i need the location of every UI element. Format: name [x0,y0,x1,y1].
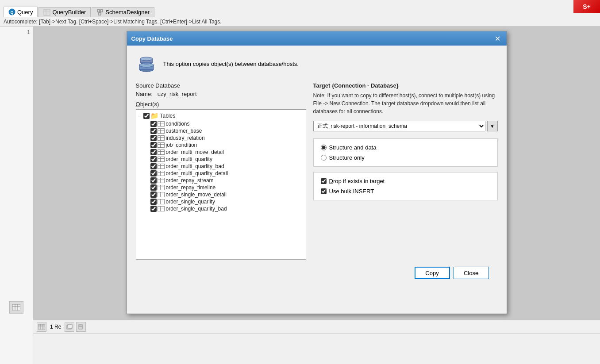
table-icon-industry-relation [158,135,165,141]
tree-label-order-repay-stream: order_repay_stream [166,177,214,184]
tree-item-order-multi-quarlity[interactable]: order_multi_quarlity [136,156,306,163]
querybuilder-icon [43,9,50,16]
copy-result-btn[interactable] [76,322,86,332]
structure-and-data-radio[interactable] [321,145,327,150]
result-tab-label: 1 Re [48,324,63,330]
tree-item-order-multi-quarlity-detail[interactable]: order_multi_quarlity_detail [136,170,306,177]
dialog-description: This option copies object(s) between dat… [163,61,299,67]
tree-label-order-single-move-detail: order_single_move_detail [166,192,227,198]
dialog-columns: Source Database Name: uzy_risk_report Ob… [136,82,498,260]
table-icon-order-single-quarlity [158,199,165,204]
tree-label-order-multi-quarlity-bad: order_multi_quarlity_bad [166,163,224,169]
table-icon [12,304,20,310]
dialog-close-button[interactable]: ✕ [493,34,502,43]
query-icon: Q [8,8,15,15]
close-icon: ✕ [495,34,500,43]
tree-checkbox-order-single-quarlity[interactable] [150,199,157,205]
table-icon-order-repay-stream [158,178,165,183]
source-db-name-row: Name: uzy_risk_report [136,91,306,97]
structure-and-data-label: Structure and data [329,144,377,151]
tree-item-order-multi-quarlity-bad[interactable]: order_multi_quarlity_bad [136,163,306,170]
export-btn[interactable] [65,322,74,332]
tree-item-conditions[interactable]: conditions [136,120,306,127]
autocomplete-hint: Autocomplete: [Tab]->Next Tag. [Ctrl+Spa… [0,17,600,26]
target-note: Note: If you want to copy to different h… [313,92,498,115]
tree-checkbox-order-multi-quarlity[interactable] [150,156,157,162]
tree-item-job-condition[interactable]: job_condition [136,142,306,149]
table-icon-order-single-quarlity-bad [158,206,165,211]
svg-rect-10 [12,304,20,310]
use-bulk-insert-label: Use bulk INSERT [329,188,374,195]
main-area: 1 Copy Database ✕ [0,27,600,364]
drop-underline: D [329,178,333,184]
tree-checkbox-customer-base[interactable] [150,128,157,134]
tree-checkbox-order-multi-quarlity-bad[interactable] [150,163,157,169]
tree-checkbox-industry-relation[interactable] [150,135,157,141]
top-bar: Q Query QueryBuilder SchemaDesigner [0,0,600,27]
copy-button[interactable]: Copy [415,267,450,279]
dialog-titlebar: Copy Database ✕ [127,31,507,46]
tab-schemadesigner[interactable]: SchemaDesigner [92,7,154,17]
line-number: 1 [1,28,32,36]
tree-item-order-repay-timeline[interactable]: order_repay_timeline [136,184,306,191]
source-db-name-value: uzy_risk_report [158,91,197,97]
tree-item-order-repay-stream[interactable]: order_repay_stream [136,177,306,184]
target-title: Target {Connection - Database} [313,82,498,89]
drop-if-exists-checkbox[interactable] [321,178,327,184]
tree-item-order-single-quarlity-bad[interactable]: order_single_quarlity_bad [136,205,306,212]
structure-and-data-option[interactable]: Structure and data [321,144,490,151]
dropdown-arrow-button[interactable]: ▼ [487,121,498,131]
target-dropdown-row: 正式_risk-report - information_schema ▼ [313,121,498,131]
structure-only-radio[interactable] [321,155,327,161]
objects-tree[interactable]: − 📁 Tables conditions [136,109,306,260]
tree-checkbox-order-repay-stream[interactable] [150,177,157,184]
tree-item-industry-relation[interactable]: industry_relation [136,134,306,142]
result-tab-btn[interactable] [9,301,23,314]
copy-database-dialog: Copy Database ✕ [127,31,507,314]
tree-item-order-multi-move-detail[interactable]: order_multi_move_detail [136,149,306,156]
dialog-content: This option copies object(s) between dat… [127,46,507,293]
close-button[interactable]: Close [454,267,489,279]
use-bulk-insert-option[interactable]: Use bulk INSERT [321,188,490,195]
svg-rect-5 [97,10,100,12]
source-db-name-label: Name: [136,91,153,97]
dialog-overlay: Copy Database ✕ [33,27,600,364]
drop-if-exists-option[interactable]: DDrop if exists in targetrop if exists i… [321,178,490,184]
tab-querybuilder-label: QueryBuilder [52,9,86,15]
tree-checkbox-order-repay-timeline[interactable] [150,184,157,191]
tree-checkbox-order-multi-move-detail[interactable] [150,149,157,155]
target-database-dropdown[interactable]: 正式_risk-report - information_schema [313,121,485,131]
tree-root-checkbox[interactable] [143,113,150,119]
tree-root-tables[interactable]: − 📁 Tables [136,111,306,120]
structure-only-option[interactable]: Structure only [321,154,490,161]
table-icon-order-single-move-detail [158,192,165,197]
dialog-header: This option copies object(s) between dat… [136,53,498,75]
objects-underline: O [136,101,140,107]
tree-checkbox-order-multi-quarlity-detail[interactable] [150,170,157,176]
table-icon-job-condition [158,142,165,148]
export-icon [66,324,73,330]
table-icon-order-multi-move-detail [158,149,165,155]
tree-label-conditions: conditions [166,121,190,127]
tab-querybuilder[interactable]: QueryBuilder [38,7,91,17]
tree-checkbox-order-single-quarlity-bad[interactable] [150,206,157,212]
tree-label-order-multi-quarlity: order_multi_quarlity [166,156,212,162]
svg-rect-20 [38,324,45,330]
folder-icon: 📁 [150,112,159,120]
tree-item-order-single-move-detail[interactable]: order_single_move_detail [136,191,306,198]
tree-checkbox-conditions[interactable] [150,121,157,127]
tree-expand-icon: − [136,114,143,119]
tree-label-order-single-quarlity-bad: order_single_quarlity_bad [166,206,227,212]
brand-logo: S+ [573,0,600,13]
tree-item-order-single-quarlity[interactable]: order_single_quarlity [136,198,306,205]
left-column: Source Database Name: uzy_risk_report Ob… [136,82,306,260]
tree-checkbox-job-condition[interactable] [150,142,157,148]
tab-query[interactable]: Q Query [4,7,38,17]
svg-point-19 [140,57,153,61]
structure-only-label: Structure only [329,154,365,161]
bulk-underline: b [341,188,344,195]
tree-checkbox-order-single-move-detail[interactable] [150,192,157,198]
tree-item-customer-base[interactable]: customer_base [136,127,306,134]
use-bulk-insert-checkbox[interactable] [321,188,327,194]
result-table-btn[interactable] [37,322,46,332]
